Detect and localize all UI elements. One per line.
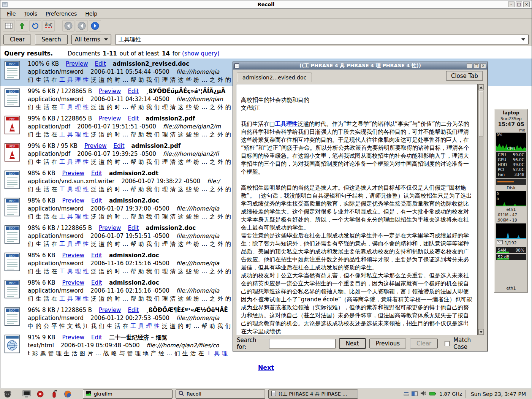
edit-link[interactable]: Edit (91, 334, 102, 341)
result-filename: ¸ßУÕÐÉúµÄÉç»á¹¦ÄܺÍÄ¿µÄ (146, 88, 225, 95)
taskbar-clock[interactable]: Sun Sep 23, 3:47 PM (465, 390, 530, 398)
preview-link[interactable]: Preview (99, 307, 121, 314)
maximize-icon[interactable]: □ (516, 2, 522, 7)
snippet-text: 泛 滥 的 时 ... 帮 助 我 们 理 清 这 些 纷 ... 之 外 的 (89, 186, 231, 193)
gkrellm-window[interactable]: laptop Sun23Sep 15:47 05 mo 0% CPU CPU59… (494, 109, 528, 293)
gnu-icon[interactable] (2, 389, 13, 399)
maximize-icon[interactable]: □ (473, 63, 479, 68)
edit-link[interactable]: Edit (91, 252, 102, 259)
svg-text:DOC: DOC (9, 254, 16, 258)
close-icon[interactable]: × (480, 63, 486, 68)
menu-item-help[interactable]: Help (82, 10, 101, 17)
extinguisher-icon[interactable] (49, 389, 59, 399)
red-app-icon[interactable] (35, 389, 46, 399)
match-case-checkbox[interactable] (445, 341, 450, 346)
close-icon[interactable]: × (523, 2, 530, 7)
firefox-icon[interactable] (62, 389, 73, 399)
history-chevron-icon[interactable] (521, 38, 525, 41)
preview-text: 文/钱江 (241, 104, 260, 111)
minimize-icon[interactable]: – (508, 2, 515, 7)
edit-link[interactable]: Edit (91, 279, 102, 286)
show-query-link[interactable]: (show query) (182, 50, 220, 57)
preview-titlebar[interactable]: ((工 PHRASE 4 具 PHRASE 4 理 PHRASE 4 性)) –… (233, 62, 488, 70)
menu-item-preferences[interactable]: Preferences (42, 10, 80, 17)
preview-tab[interactable]: admission2...evised.doc (237, 73, 312, 82)
result-date: 2006-01-07 19:37:00 -0500 (90, 205, 169, 212)
taskbar-button[interactable]: gkrellm (83, 390, 173, 399)
result-date: 2006-11-16 02:15:16 -0500 (90, 260, 169, 267)
find-clear-button[interactable]: Clear (410, 339, 438, 348)
sort-button[interactable] (16, 20, 28, 32)
taskbar-button[interactable]: Recoll (176, 390, 265, 399)
search-mode-value: All terms (75, 36, 100, 43)
html-file-icon (4, 334, 28, 359)
find-previous-button[interactable]: Previous (369, 339, 406, 348)
result-filename: admission2.doc (109, 279, 159, 286)
keyboard-layout-icon[interactable] (404, 390, 409, 397)
menu-item-tools[interactable]: Tools (21, 10, 41, 17)
svg-text:PDF: PDF (10, 145, 15, 148)
sensor-name: CPU (498, 152, 506, 157)
result-url: file:///home/qian2/fi (163, 150, 219, 157)
first-page-button[interactable] (62, 20, 74, 32)
prev-page-button[interactable] (76, 20, 88, 32)
volume-icon[interactable] (420, 390, 426, 397)
preview-scrollbar[interactable] (478, 84, 484, 335)
edit-link[interactable]: Edit (114, 142, 125, 149)
term-explorer-button[interactable]: ÂbÇ (43, 20, 55, 32)
snippet-match: 工 具 理 性 (59, 295, 89, 302)
find-label: Search for: (237, 337, 265, 350)
preview-link[interactable]: Preview (62, 252, 84, 259)
preview-link[interactable]: Preview (99, 225, 121, 231)
sensor-row: PCI52.0C (496, 167, 526, 172)
preview-link[interactable]: Preview (62, 334, 84, 341)
result-mimetype: application/pdf (28, 123, 70, 130)
task-window-icon (271, 391, 276, 397)
clear-button[interactable]: Clear (3, 35, 31, 44)
result-mimetype: application/pdf (28, 150, 70, 157)
main-titlebar[interactable]: Recoll – □ × (0, 0, 532, 9)
scroll-down-icon[interactable] (478, 329, 484, 335)
preview-content[interactable]: 高校招生的社会功能和目的文/钱江我们生活在□工具理性泛滥的时代。作为“世之显学”… (236, 84, 478, 335)
preview-link[interactable]: Preview (84, 142, 106, 149)
clear-search-button[interactable] (3, 20, 15, 32)
search-button[interactable]: Search (35, 35, 68, 44)
search-bar: Clear Search All terms 工具理性 (0, 33, 532, 46)
edit-link[interactable]: Edit (91, 170, 102, 177)
edit-link[interactable]: Edit (128, 88, 139, 95)
pager-icon[interactable] (412, 390, 418, 397)
close-tab-button[interactable]: Close Tab (446, 71, 483, 81)
preview-link[interactable]: Preview (66, 60, 88, 67)
taskbar-button[interactable]: ((工 PHRASE 4 具 PHRASE ... (268, 390, 358, 399)
gkrellm-net-chart (496, 223, 526, 239)
minimize-icon[interactable]: – (467, 63, 472, 68)
terminal-icon[interactable] (21, 389, 32, 399)
edit-link[interactable]: Edit (91, 197, 102, 204)
edit-link[interactable]: Edit (128, 225, 139, 231)
task-window-label: gkrellm (94, 391, 112, 397)
system-tray: 1.87 GHz (404, 390, 462, 397)
search-mode-select[interactable]: All terms (71, 35, 111, 44)
menu-item-file[interactable]: File (3, 10, 19, 17)
find-next-button[interactable]: Next (339, 339, 366, 348)
preview-link[interactable]: Preview (99, 88, 121, 95)
battery-icon[interactable] (429, 390, 437, 397)
scrollbar-thumb[interactable] (479, 91, 483, 136)
svg-text:PDF: PDF (10, 117, 15, 121)
search-input[interactable]: 工具理性 (115, 35, 529, 44)
next-results-link[interactable]: Next (258, 364, 274, 371)
edit-link[interactable]: Edit (128, 307, 139, 314)
preview-link[interactable]: Preview (62, 197, 84, 204)
update-index-button[interactable] (29, 20, 41, 32)
edit-link[interactable]: Edit (95, 60, 106, 67)
next-page-button[interactable] (89, 20, 101, 32)
scroll-up-icon[interactable] (478, 84, 484, 90)
preview-link[interactable]: Preview (62, 279, 84, 286)
preview-link[interactable]: Preview (99, 115, 121, 122)
edit-link[interactable]: Edit (128, 115, 139, 122)
sensor-value: 3348 (514, 172, 524, 177)
find-input[interactable] (269, 339, 336, 348)
result-mimetype: application/msword (28, 260, 84, 267)
preview-link[interactable]: Preview (62, 170, 84, 177)
disk-read-value: 0 (497, 192, 499, 196)
